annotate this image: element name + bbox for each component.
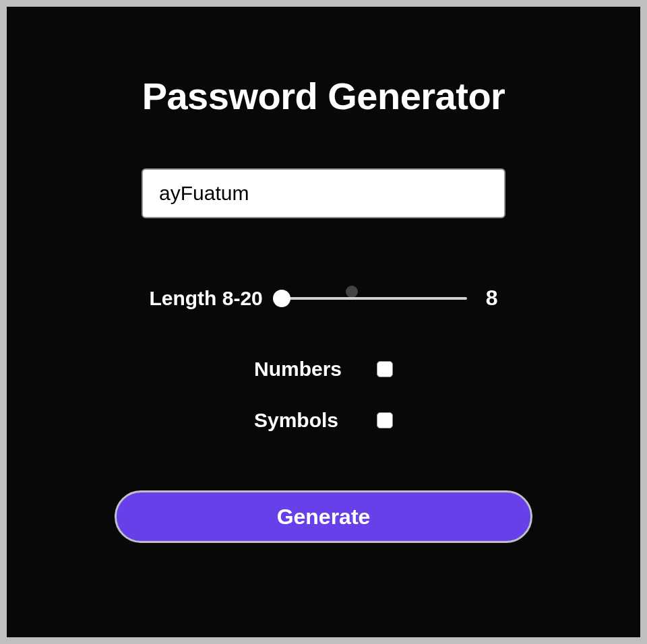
page-title: Password Generator [142,74,505,118]
length-label: Length 8-20 [149,287,262,310]
length-row: Length 8-20 8 [149,286,497,311]
length-value: 8 [486,286,498,311]
generate-button[interactable]: Generate [115,490,532,543]
generate-button-label: Generate [277,505,371,529]
length-slider[interactable] [282,290,467,307]
slider-track [282,297,467,300]
password-value: ayFuatum [159,182,249,205]
password-display[interactable]: ayFuatum [142,168,505,218]
numbers-checkbox[interactable] [377,361,393,377]
symbols-label: Symbols [254,409,355,432]
numbers-option-row: Numbers [254,358,393,381]
slider-indicator-dot [346,286,358,298]
symbols-checkbox[interactable] [377,412,393,428]
slider-thumb[interactable] [273,290,290,307]
numbers-label: Numbers [254,358,355,381]
symbols-option-row: Symbols [254,409,393,432]
app-card: Password Generator ayFuatum Length 8-20 … [7,7,640,637]
